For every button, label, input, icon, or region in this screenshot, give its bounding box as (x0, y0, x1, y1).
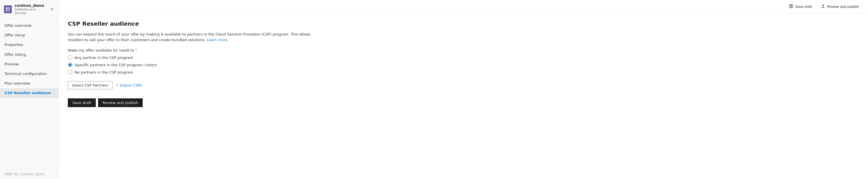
svg-rect-6 (790, 6, 792, 8)
save-icon (789, 4, 794, 9)
page-title: CSP Reseller audience (68, 20, 859, 27)
company-name: contoso_demo (15, 3, 47, 8)
radio-option-any-partner[interactable]: Any partner in the CSP program (68, 55, 859, 60)
sidebar-item-plan-overview[interactable]: Plan overview (0, 79, 59, 88)
learn-more-link[interactable]: Learn more (207, 38, 228, 42)
review-publish-topbar-button[interactable]: Review and publish (818, 3, 861, 10)
csp-action-row: Select CSP Partners ↑ Import CSPs (68, 81, 859, 90)
sidebar-item-technical-configuration[interactable]: Technical configuration (0, 69, 59, 79)
company-info: contoso_demo Software as a Service (15, 3, 47, 15)
radio-no-partners-label[interactable]: No partners in the CSP program (74, 70, 133, 74)
svg-rect-5 (790, 4, 792, 6)
radio-any-partner[interactable] (68, 55, 72, 60)
svg-rect-0 (6, 7, 8, 9)
sidebar: contoso_demo Software as a Service ≡ Off… (0, 0, 59, 179)
save-draft-topbar-button[interactable]: Save draft (786, 3, 814, 10)
sidebar-item-csp-reseller-audience[interactable]: CSP Reseller audience (0, 88, 59, 98)
page-description: You can expand the reach of your offer b… (68, 32, 322, 43)
svg-rect-3 (8, 9, 10, 11)
radio-specific-partners[interactable] (68, 63, 72, 67)
page-content: CSP Reseller audience You can expand the… (59, 13, 868, 179)
sidebar-item-offer-overview[interactable]: Offer overview (0, 21, 59, 30)
review-publish-topbar-label: Review and publish (827, 4, 859, 9)
sidebar-item-offer-setup[interactable]: Offer setup (0, 30, 59, 40)
required-indicator: * (134, 48, 137, 52)
radio-option-specific-partners[interactable]: Specific partners in the CSP program I s… (68, 63, 859, 67)
publish-icon (821, 4, 825, 9)
import-csps-label: Import CSPs (120, 83, 142, 87)
sidebar-collapse-button[interactable]: ≡ (50, 6, 55, 12)
radio-no-partners[interactable] (68, 70, 72, 74)
svg-rect-2 (6, 9, 8, 11)
save-draft-topbar-label: Save draft (795, 4, 812, 9)
company-logo (4, 5, 12, 13)
sidebar-item-offer-listing[interactable]: Offer listing (0, 50, 59, 60)
sidebar-item-properties[interactable]: Properties (0, 40, 59, 49)
topbar: Save draft Review and publish (59, 0, 868, 13)
import-arrow-icon: ↑ (116, 83, 119, 87)
sidebar-footer: Offer ID: contoso_demo (0, 169, 59, 179)
field-label: Make my offer available for resell to * (68, 48, 859, 52)
radio-group-resell: Any partner in the CSP program Specific … (68, 55, 859, 74)
company-subtitle: Software as a Service (15, 8, 47, 15)
import-csps-button[interactable]: ↑ Import CSPs (116, 83, 142, 87)
field-label-text: Make my offer available for resell to (68, 48, 134, 52)
offer-id-text: Offer ID: contoso_demo (4, 172, 44, 176)
select-csp-partners-button[interactable]: Select CSP Partners (68, 81, 113, 90)
sidebar-item-preview[interactable]: Preview (0, 60, 59, 69)
description-text: You can expand the reach of your offer b… (68, 32, 311, 42)
bottom-actions: Save draft Review and publish (68, 98, 859, 107)
review-publish-button[interactable]: Review and publish (98, 98, 143, 107)
svg-rect-1 (8, 7, 10, 9)
main-area: Save draft Review and publish CSP Resell… (59, 0, 868, 179)
radio-any-partner-label[interactable]: Any partner in the CSP program (74, 56, 133, 60)
save-draft-button[interactable]: Save draft (68, 98, 96, 107)
sidebar-nav: Offer overview Offer setup Properties Of… (0, 19, 59, 169)
radio-specific-partners-label[interactable]: Specific partners in the CSP program I s… (74, 63, 157, 67)
sidebar-header: contoso_demo Software as a Service ≡ (0, 0, 59, 19)
radio-option-no-partners[interactable]: No partners in the CSP program (68, 70, 859, 74)
svg-rect-7 (822, 7, 825, 8)
